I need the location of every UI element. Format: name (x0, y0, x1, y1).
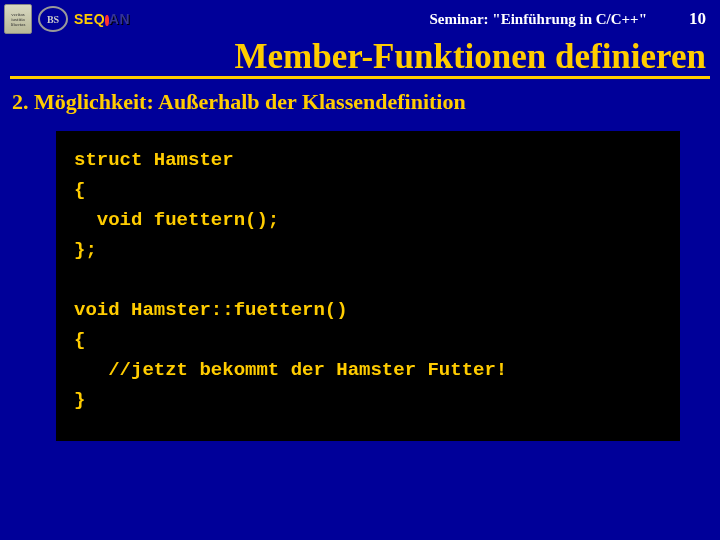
seqan-logo-an: AN (109, 11, 130, 27)
slide-subheading: 2. Möglichkeit: Außerhalb der Klassendef… (0, 79, 720, 131)
university-crest-logo: veritas iustitia libertas (4, 4, 32, 34)
crest-text: veritas iustitia libertas (5, 12, 31, 27)
bs-logo: BS (38, 6, 68, 32)
seminar-title: Seminar: "Einführung in C/C++" (429, 11, 647, 28)
seqan-logo-dot-icon (105, 15, 109, 26)
code-block: struct Hamster { void fuettern(); }; voi… (56, 131, 680, 441)
slide-title: Member-Funktionen definieren (10, 38, 710, 79)
seqan-logo-seq: SEQ (74, 11, 105, 27)
title-container: Member-Funktionen definieren (0, 38, 720, 79)
bs-logo-text: BS (47, 14, 59, 25)
seqan-logo: SEQAN (74, 7, 130, 31)
page-number: 10 (689, 9, 706, 29)
slide-header: veritas iustitia libertas BS SEQAN Semin… (0, 0, 720, 38)
